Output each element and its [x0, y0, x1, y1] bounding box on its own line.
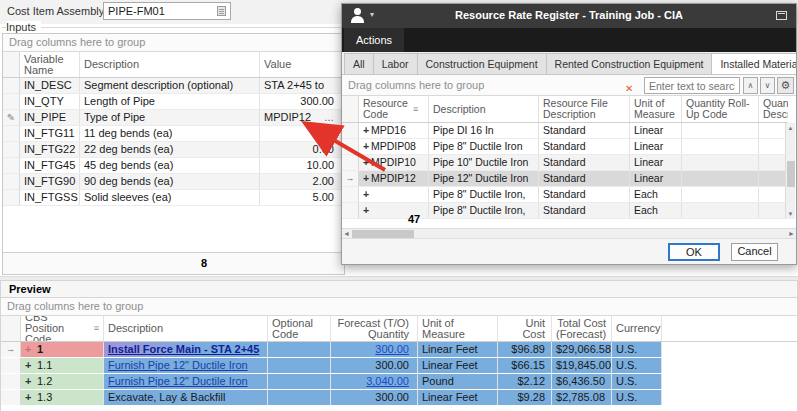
- col-header-description[interactable]: Description: [104, 316, 268, 341]
- col-header-variable-name[interactable]: Variable Name: [20, 52, 80, 77]
- expand-icon[interactable]: +: [25, 390, 33, 405]
- expand-icon[interactable]: +: [363, 187, 371, 202]
- col-header-unit-cost[interactable]: Unit Cost: [498, 316, 552, 341]
- cell-description[interactable]: Solid sleeves (ea): [80, 190, 260, 205]
- col-header-quantity-rollup-description[interactable]: Quantity RDescriptio: [759, 96, 788, 122]
- cell-resource-code[interactable]: +MPDIP10: [359, 155, 429, 170]
- expand-icon[interactable]: +: [25, 374, 33, 389]
- scroll-up-icon[interactable]: ▲: [786, 123, 795, 133]
- cell-resource-code[interactable]: +MPDIP08: [359, 139, 429, 154]
- cell-unit-of-measure[interactable]: Each: [630, 203, 682, 218]
- col-header-cbs-position-code[interactable]: CBS Position Code≡: [21, 316, 104, 341]
- table-row[interactable]: IN_FTG90 90 deg bends (ea) 2.00: [3, 174, 344, 190]
- cell-cbs-code[interactable]: +1.1: [21, 358, 104, 373]
- cell-description[interactable]: Furnish Pipe 12" Ductile Iron Fittings: [104, 374, 268, 389]
- cell-optional-code[interactable]: [268, 358, 331, 373]
- cell-unit-cost[interactable]: $9.28: [498, 390, 552, 405]
- cell-resource-file[interactable]: Standard Material Rate ...: [539, 155, 630, 170]
- cell-description[interactable]: Furnish Pipe 12" Ductile Iron: [104, 358, 268, 373]
- popout-icon[interactable]: [776, 11, 787, 20]
- cell-variable-name[interactable]: IN_FTG11: [20, 126, 80, 141]
- cell-optional-code[interactable]: [268, 374, 331, 389]
- cell-unit-cost[interactable]: $96.89: [498, 342, 552, 357]
- cell-unit-of-measure[interactable]: Linear Feet: [418, 342, 498, 357]
- cell-description[interactable]: Length of Pipe: [80, 94, 260, 109]
- cell-description[interactable]: Pipe 8" Ductile Iron: [429, 139, 539, 154]
- find-previous-button[interactable]: ∧: [743, 77, 758, 94]
- table-row[interactable]: IN_FTGSS Solid sleeves (ea) 5.00: [3, 190, 344, 206]
- cell-cbs-code[interactable]: +1: [21, 342, 104, 357]
- table-row[interactable]: ✎ IN_PIPE Type of Pipe MPDIP12 …: [3, 110, 344, 126]
- expand-icon[interactable]: +: [25, 342, 33, 357]
- table-row[interactable]: +MPDIP10 Pipe 10" Ductile Iron Standard …: [342, 155, 788, 171]
- table-row[interactable]: +1.1 Furnish Pipe 12" Ductile Iron 300.0…: [1, 358, 797, 374]
- cell-variable-name[interactable]: IN_PIPE: [20, 110, 80, 125]
- expand-icon[interactable]: +: [363, 155, 371, 170]
- cell-value[interactable]: 5.00: [260, 190, 344, 205]
- scroll-left-icon[interactable]: ◄: [343, 230, 350, 237]
- cell-value-editing[interactable]: MPDIP12 …: [260, 110, 344, 125]
- expand-icon[interactable]: +: [363, 203, 371, 218]
- cell-description[interactable]: Pipe 10" Ductile Iron: [429, 155, 539, 170]
- col-header-forecast-quantity[interactable]: Forecast (T/O) Quantity: [331, 316, 418, 341]
- table-row[interactable]: +MPDIPF0811 Pipe 8" Ductile Iron, 11 deg…: [342, 187, 788, 203]
- cell-value[interactable]: 0.00: [260, 126, 344, 141]
- table-row[interactable]: IN_QTY Length of Pipe 300.00: [3, 94, 344, 110]
- cell-unit-of-measure[interactable]: Linear Feet: [630, 155, 682, 170]
- search-input[interactable]: [644, 77, 740, 94]
- vertical-scrollbar[interactable]: ▲ ▼: [785, 123, 795, 219]
- cell-resource-code[interactable]: +MPDIP12: [359, 171, 429, 186]
- cell-currency[interactable]: U.S. Dollar: [612, 342, 662, 357]
- cell-description[interactable]: 90 deg bends (ea): [80, 174, 260, 189]
- cell-total-cost[interactable]: $2,785.08: [552, 390, 612, 405]
- cell-optional-code[interactable]: [268, 342, 331, 357]
- cell-resource-file[interactable]: Standard Material Rate ...: [539, 171, 630, 186]
- expand-icon[interactable]: +: [25, 358, 33, 373]
- cell-value[interactable]: 0.00: [260, 142, 344, 157]
- cell-resource-file[interactable]: Standard Material Rate ...: [539, 187, 630, 202]
- cell-description[interactable]: Pipe DI 16 In: [429, 123, 539, 138]
- cell-forecast-quantity[interactable]: 3,040.00: [331, 374, 418, 389]
- expand-icon[interactable]: +: [363, 139, 371, 154]
- col-header-quantity-rollup-code[interactable]: Quantity Roll-Up Code: [682, 96, 759, 122]
- expand-icon[interactable]: +: [363, 171, 371, 186]
- cell-description[interactable]: 22 deg bends (ea): [80, 142, 260, 157]
- cell-variable-name[interactable]: IN_FTG45: [20, 158, 80, 173]
- cell-unit-of-measure[interactable]: Linear Feet: [630, 171, 682, 186]
- col-header-description[interactable]: Description: [80, 52, 260, 77]
- cell-variable-name[interactable]: IN_QTY: [20, 94, 80, 109]
- actions-menu[interactable]: Actions: [344, 28, 404, 52]
- cell-cbs-code[interactable]: +1.2: [21, 374, 104, 389]
- cell-forecast-quantity[interactable]: 300.00: [331, 342, 418, 357]
- find-next-button[interactable]: ∨: [760, 77, 775, 94]
- table-row-selected[interactable]: → +MPDIP12 Pipe 12" Ductile Iron Standar…: [342, 171, 788, 187]
- table-row[interactable]: IN_FTG22 22 deg bends (ea) 0.00: [3, 142, 344, 158]
- cell-description[interactable]: 45 deg bends (ea): [80, 158, 260, 173]
- scroll-right-icon[interactable]: ►: [788, 230, 795, 237]
- cell-unit-of-measure[interactable]: Linear Feet: [418, 358, 498, 373]
- scroll-down-icon[interactable]: ▼: [786, 209, 795, 219]
- cell-description[interactable]: Install Force Main - STA 2+45 to 5+45: [104, 342, 268, 357]
- cell-description[interactable]: Pipe 12" Ductile Iron: [429, 171, 539, 186]
- cell-variable-name[interactable]: IN_FTG90: [20, 174, 80, 189]
- table-row[interactable]: +MPDIP08 Pipe 8" Ductile Iron Standard M…: [342, 139, 788, 155]
- cell-unit-cost[interactable]: $66.15: [498, 358, 552, 373]
- col-header-unit-of-measure[interactable]: Unit of Measure: [418, 316, 498, 341]
- cell-cbs-code[interactable]: +1.3: [21, 390, 104, 405]
- expand-icon[interactable]: +: [363, 123, 371, 138]
- table-row[interactable]: +1.2 Furnish Pipe 12" Ductile Iron Fitti…: [1, 374, 797, 390]
- table-row[interactable]: IN_FTG45 45 deg bends (ea) 10.00: [3, 158, 344, 174]
- assembly-picker-icon[interactable]: [217, 6, 226, 16]
- cell-resource-file[interactable]: Standard Material Rate ...: [539, 203, 630, 218]
- cell-unit-of-measure[interactable]: Linear Feet: [418, 390, 498, 405]
- tab-construction-equipment[interactable]: Construction Equipment: [417, 53, 547, 75]
- cell-unit-of-measure[interactable]: Linear Feet: [630, 123, 682, 138]
- cell-value[interactable]: STA 2+45 to 5+45: [260, 78, 344, 93]
- cell-description[interactable]: 11 deg bends (ea): [80, 126, 260, 141]
- gear-icon[interactable]: ⚙: [777, 77, 794, 94]
- cell-total-cost[interactable]: $29,066.58: [552, 342, 612, 357]
- cell-unit-of-measure[interactable]: Linear Feet: [630, 139, 682, 154]
- col-header-total-cost[interactable]: Total Cost (Forecast): [552, 316, 612, 341]
- cell-unit-of-measure[interactable]: Pound: [418, 374, 498, 389]
- cell-unit-cost[interactable]: $2.12: [498, 374, 552, 389]
